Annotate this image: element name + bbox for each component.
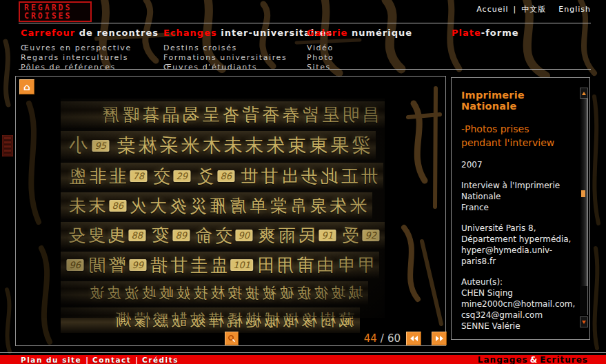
zoom-button[interactable] xyxy=(225,332,239,345)
type-number-block: 86 xyxy=(109,200,126,212)
site-brand: Langages&Ecritures xyxy=(478,355,606,364)
double-right-arrow-icon xyxy=(436,336,439,341)
type-characters: 盅圭甘措 xyxy=(150,254,228,276)
nav-item[interactable]: Regards interculturels xyxy=(21,53,159,63)
type-characters: 藏樹橡橄槭樾橇樺皴皵黢懞燍 xyxy=(112,310,354,331)
type-number-block: 89 xyxy=(172,230,190,241)
type-number-block: 99 xyxy=(129,259,146,271)
sidebar-paragraph: Auteur(s): CHEN Siqing mine2000cn@hotmai… xyxy=(461,276,574,332)
header-divider-bottom xyxy=(19,69,591,70)
nav-column: Galerie numériqueVidéoPhotoSites xyxy=(307,28,412,72)
sidebar-scrollbar xyxy=(580,78,588,338)
nav-item[interactable]: Œuvres en perspective xyxy=(21,43,159,53)
type-row: 卅正此步出甘世86爻29交78韭非盥 xyxy=(61,163,383,190)
brand-left: Langages xyxy=(478,355,528,364)
footer-separator: | xyxy=(85,356,88,364)
nav-column: Carrefour de rencontresŒuvres en perspec… xyxy=(21,28,159,72)
site-logo[interactable]: REGARDS CROISES xyxy=(19,1,92,22)
type-row-content: 藏樹橡橄槭樾橇樺皴皵黢懞燍 xyxy=(66,310,354,331)
brand-right: Ecritures xyxy=(540,355,588,364)
type-characters: 交俞 xyxy=(193,224,232,247)
type-characters: 瞥閒 xyxy=(87,254,126,276)
type-number-block: 96 xyxy=(66,259,83,271)
nav-item[interactable]: Vidéo xyxy=(307,43,412,53)
nav-heading[interactable]: Galerie numérique xyxy=(307,28,412,38)
topbar-separator: | xyxy=(514,5,517,14)
type-row: 梁果東束朱末未木米采株枽95小 xyxy=(61,131,376,160)
type-row: 城坡彼疲破被披按枝技妓岐歧波皮诐 xyxy=(61,281,368,305)
page: REGARDS CROISES Accueil|中文版English Carre… xyxy=(0,0,606,364)
type-number-block: 101 xyxy=(231,259,254,271)
type-number-block: 90 xyxy=(236,230,253,241)
type-characters: 爻 xyxy=(194,165,214,188)
magnifier-icon xyxy=(228,334,236,343)
link-english[interactable]: English xyxy=(558,5,591,14)
footer-link[interactable]: Plan du site xyxy=(21,356,81,364)
nav-heading-rest: de rencontres xyxy=(75,28,159,38)
type-row: 昌明星皆春香背沓呈曷晶暮曙曆 xyxy=(61,101,385,128)
home-button[interactable]: ⌂ xyxy=(19,79,34,94)
type-characters: 城坡彼疲破被披按枝技妓岐歧波皮诐 xyxy=(87,283,363,303)
next-page-button[interactable] xyxy=(432,332,447,345)
footer-separator: | xyxy=(135,356,138,364)
nav-item[interactable]: Sites xyxy=(307,63,412,72)
type-characters: 米朱泉帛棠单膚雁災炎大火 xyxy=(130,194,367,217)
sidebar-paragraph: Interview à l'Imprimerie Nationale Franc… xyxy=(461,180,574,213)
previous-page-button[interactable] xyxy=(406,332,421,345)
type-characters: 昌明星皆春香背沓呈曷晶暮曙曆 xyxy=(99,103,379,126)
sidebar-content: Imprimerie Nationale -Photos prises pend… xyxy=(461,90,574,332)
sidebar-paragraph: 2007 xyxy=(461,159,574,170)
scrollbar-grip xyxy=(581,190,585,197)
type-number-block: 88 xyxy=(129,230,146,241)
topbar: Accueil|中文版English xyxy=(476,4,591,14)
type-characters: 梁果東束朱末未木米采株枽 xyxy=(114,133,370,158)
sidebar-subtitle: -Photos prises pendant l'interview xyxy=(461,122,574,150)
nav-item[interactable]: Pôles de références xyxy=(21,63,159,72)
type-number-block: 92 xyxy=(362,230,379,241)
nav-heading[interactable]: Plate-forme xyxy=(452,28,519,38)
up-arrow-icon xyxy=(582,92,586,95)
type-characters: 卅正此步出甘世 xyxy=(238,165,378,188)
type-number-block: 78 xyxy=(130,170,147,182)
type-characters: 曳叟殳 xyxy=(66,224,125,247)
type-number-block: 91 xyxy=(319,230,336,241)
nav-heading-highlight: Galerie xyxy=(307,28,347,38)
nav-item[interactable]: Photo xyxy=(307,53,412,63)
type-row-content: 城坡彼疲破被披按枝技妓岐歧波皮诐 xyxy=(66,283,363,303)
type-characters: 交 xyxy=(150,165,170,188)
photo-movable-type: 昌明星皆春香背沓呈曷晶暮曙曆梁果東束朱末未木米采株枽95小卅正此步出甘世86爻2… xyxy=(61,99,385,318)
footer-divider xyxy=(0,352,606,353)
sidebar-paragraph: Université Paris 8, Département hyperméd… xyxy=(461,223,574,267)
nav-heading-highlight: Plate xyxy=(452,28,481,38)
type-row: 米朱泉帛棠单膚雁災炎大火86末未 xyxy=(61,192,372,219)
type-characters: 甲申由甫用田 xyxy=(256,254,374,276)
link-accueil[interactable]: Accueil xyxy=(476,5,508,14)
brand-ampersand: & xyxy=(528,355,540,364)
photo-rows: 昌明星皆春香背沓呈曷晶暮曙曆梁果東束朱末未木米采株枽95小卅正此步出甘世86爻2… xyxy=(61,101,385,333)
page-separator: / xyxy=(381,332,384,345)
scrollbar-thumb[interactable] xyxy=(580,98,587,286)
type-row-content: 米朱泉帛棠单膚雁災炎大火86末未 xyxy=(66,194,367,217)
type-characters: 小 xyxy=(66,133,88,158)
type-row-content: 梁果東束朱末未木米采株枽95小 xyxy=(66,133,370,158)
type-row-content: 卅正此步出甘世86爻29交78韭非盥 xyxy=(66,165,378,188)
total-pages: 60 xyxy=(387,332,401,345)
home-icon: ⌂ xyxy=(23,81,30,92)
nav-heading-rest: -forme xyxy=(481,28,519,38)
type-characters: 韭非盥 xyxy=(66,165,126,188)
link-chinese-version[interactable]: 中文版 xyxy=(521,5,546,14)
image-viewer: ⌂ 昌明星皆春香背沓呈曷晶暮曙曆梁果東束朱末未木米采株枽95小卅正此步出甘世86… xyxy=(15,76,446,346)
scroll-up-button[interactable] xyxy=(580,88,588,99)
current-page: 44 xyxy=(364,332,377,345)
nav-heading[interactable]: Carrefour de rencontres xyxy=(21,28,159,38)
footer-bar: Plan du site|Contact|Crédits Langages&Ec… xyxy=(0,355,606,364)
logo-line2: CROISES xyxy=(24,12,90,20)
header-divider-top xyxy=(19,23,591,23)
sidebar-title: Imprimerie Nationale xyxy=(461,90,574,112)
nav-column: Plate-forme xyxy=(452,28,519,43)
nav-heading-highlight: Carrefour xyxy=(21,28,75,38)
footer-link[interactable]: Crédits xyxy=(142,356,179,364)
page-indicator: 44/60 xyxy=(319,332,401,345)
scroll-down-button[interactable] xyxy=(580,316,588,327)
footer-link[interactable]: Contact xyxy=(92,356,131,364)
